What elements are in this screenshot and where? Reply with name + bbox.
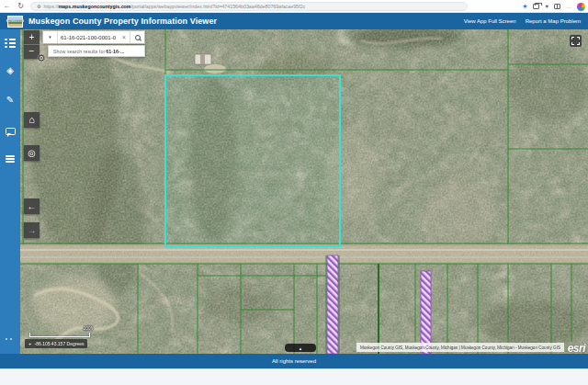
app-footer: All rights reserved xyxy=(0,354,588,368)
measure-pencil-icon: ✎ xyxy=(6,96,14,105)
previous-extent-button[interactable]: ← xyxy=(24,198,40,214)
aerial-imagery[interactable] xyxy=(20,29,588,354)
esri-logo: esri xyxy=(568,342,585,354)
back-button[interactable]: ← xyxy=(0,0,14,13)
sidebar-overflow-dots xyxy=(6,338,12,340)
search-button[interactable] xyxy=(130,31,144,43)
dirt-road xyxy=(20,244,588,264)
locate-button[interactable]: ◎ xyxy=(24,145,40,161)
selected-parcel-boundary xyxy=(165,75,340,246)
search-source-dropdown[interactable]: ▼ xyxy=(43,31,58,43)
search-suggestion[interactable]: Show search results for 61-16-... xyxy=(48,45,145,57)
attribution-toggle-button[interactable]: ▴ xyxy=(285,344,316,352)
overview-expand-button[interactable] xyxy=(570,35,582,47)
site-info-icon[interactable]: ⚙ xyxy=(37,4,40,9)
browser-essentials-icon[interactable]: ♥ xyxy=(545,4,548,9)
legend-icon xyxy=(5,37,15,50)
page-title: Muskegon County Property Information Vie… xyxy=(28,17,217,26)
coordinates-widget[interactable]: + -86.105 43.157 Degrees xyxy=(25,339,87,348)
next-extent-button[interactable]: → xyxy=(24,222,40,238)
page-url: https://maps.muskegoncountygis.com/porta… xyxy=(43,4,305,9)
rights-text: All rights reserved xyxy=(272,358,316,364)
coordinates-readout: -86.105 43.157 Degrees xyxy=(35,341,85,346)
comment-bubble-icon xyxy=(6,128,16,135)
menu-icon xyxy=(6,153,15,164)
parcel-search-widget: ▼ × xyxy=(42,30,145,44)
clear-search-icon[interactable]: × xyxy=(119,31,130,43)
layers-icon: ◈ xyxy=(6,66,14,75)
report-map-problem-link[interactable]: Report a Map Problem xyxy=(526,18,581,24)
sidebar-item-basemap[interactable] xyxy=(0,121,20,142)
search-icon xyxy=(135,35,141,40)
zoom-in-button[interactable]: + xyxy=(24,30,40,45)
scale-bar: 200ft xyxy=(29,333,90,337)
sidebar-item-menu[interactable] xyxy=(0,149,20,169)
scale-label: 200ft xyxy=(84,326,93,331)
collections-icon[interactable] xyxy=(533,4,539,9)
address-bar[interactable]: ⚙ https://maps.muskegoncountygis.com/por… xyxy=(30,2,468,11)
sidebar-item-legend[interactable] xyxy=(0,33,20,53)
building xyxy=(195,54,211,64)
split-screen-icon[interactable] xyxy=(554,4,560,9)
profile-avatar[interactable] xyxy=(577,3,585,11)
map-attribution: Muskegon County GIS, Muskegon County, Mi… xyxy=(356,343,564,352)
search-input[interactable] xyxy=(58,31,119,43)
more-menu-button[interactable]: … xyxy=(566,4,571,9)
view-full-screen-link[interactable]: View App Full Screen xyxy=(464,18,516,24)
windows-taskbar xyxy=(0,368,588,385)
sidebar-item-layers[interactable]: ◈ xyxy=(0,61,20,81)
tool-sidebar: ◈ ✎ xyxy=(0,29,20,354)
bookmark-star-icon[interactable]: ★ xyxy=(522,3,527,10)
app-header: MUSKEGON Muskegon County Property Inform… xyxy=(0,13,588,29)
map-viewport[interactable]: + − ⌂ ◎ ← → ▼ × Show search results for … xyxy=(20,29,588,354)
muskegon-county-logo: MUSKEGON xyxy=(7,16,23,28)
browser-toolbar: ← ↻ ⚙ https://maps.muskegoncountygis.com… xyxy=(0,0,588,13)
refresh-button[interactable]: ↻ xyxy=(14,0,28,13)
processing-gear-icon: ⚙ xyxy=(37,52,46,64)
sidebar-item-measure[interactable]: ✎ xyxy=(0,90,20,110)
crosshair-icon: + xyxy=(28,341,32,346)
home-button[interactable]: ⌂ xyxy=(24,112,40,128)
